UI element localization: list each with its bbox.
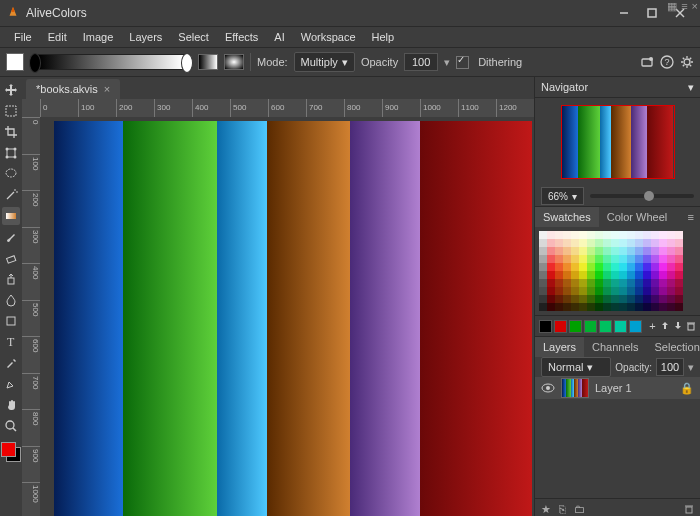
favorite-swatch[interactable]: [554, 320, 567, 333]
mode-select[interactable]: Multiply▾: [294, 52, 355, 72]
canvas-image: [54, 121, 532, 516]
help-icon[interactable]: ?: [660, 55, 674, 69]
upload-swatch-icon[interactable]: [660, 319, 670, 333]
star-icon[interactable]: ★: [541, 503, 551, 516]
svg-line-15: [690, 58, 692, 60]
gradient-stop-right[interactable]: [181, 53, 193, 73]
canvas-menu-icon[interactable]: ▦: [667, 0, 677, 13]
canvas-close-icon[interactable]: ×: [692, 0, 698, 13]
layer-name[interactable]: Layer 1: [595, 382, 632, 394]
gradient-preview[interactable]: [30, 54, 192, 70]
layer-opacity-input[interactable]: 100: [656, 358, 684, 376]
svg-point-20: [14, 148, 17, 151]
clone-tool-icon[interactable]: [2, 270, 20, 288]
gradient-type-linear-icon[interactable]: [198, 54, 218, 70]
svg-point-5: [649, 57, 653, 61]
blur-tool-icon[interactable]: [2, 291, 20, 309]
tab-layers[interactable]: Layers: [535, 337, 584, 357]
document-tab[interactable]: *books.akvis ×: [26, 79, 120, 99]
chevron-down-icon[interactable]: ▾: [688, 81, 694, 94]
folder-icon[interactable]: 🗀: [574, 503, 585, 515]
zoom-select[interactable]: 66%▾: [541, 187, 584, 205]
svg-rect-36: [686, 507, 692, 513]
delete-icon[interactable]: [684, 504, 694, 514]
dithering-checkbox[interactable]: [456, 56, 469, 69]
text-tool-icon[interactable]: T: [2, 333, 20, 351]
svg-line-24: [7, 192, 14, 199]
transform-tool-icon[interactable]: [2, 144, 20, 162]
menu-help[interactable]: Help: [364, 29, 403, 45]
menu-layers[interactable]: Layers: [121, 29, 170, 45]
menu-ai[interactable]: AI: [266, 29, 292, 45]
download-swatch-icon[interactable]: [673, 319, 683, 333]
ruler-vertical[interactable]: 01002003004005006007008009001000: [22, 117, 40, 516]
favorites-row: +: [535, 315, 700, 336]
svg-text:T: T: [7, 335, 15, 349]
gradient-stop-left[interactable]: [29, 53, 41, 73]
favorite-swatch[interactable]: [539, 320, 552, 333]
eyedropper-tool-icon[interactable]: [2, 354, 20, 372]
crop-tool-icon[interactable]: [2, 123, 20, 141]
menu-workspace[interactable]: Workspace: [293, 29, 364, 45]
ruler-horizontal[interactable]: 0100200300400500600700800900100011001200: [40, 99, 534, 117]
svg-point-22: [14, 156, 17, 159]
settings-gear-icon[interactable]: [680, 55, 694, 69]
zoom-tool-icon[interactable]: [2, 417, 20, 435]
menu-select[interactable]: Select: [170, 29, 217, 45]
magic-wand-tool-icon[interactable]: [2, 186, 20, 204]
opacity-input[interactable]: 100: [404, 53, 438, 71]
eraser-tool-icon[interactable]: [2, 249, 20, 267]
menu-file[interactable]: File: [6, 29, 40, 45]
close-tab-icon[interactable]: ×: [104, 83, 110, 95]
lasso-tool-icon[interactable]: [2, 165, 20, 183]
tab-color-wheel[interactable]: Color Wheel: [599, 207, 676, 227]
favorite-swatch[interactable]: [629, 320, 642, 333]
tab-swatches[interactable]: Swatches: [535, 207, 599, 227]
menu-edit[interactable]: Edit: [40, 29, 75, 45]
shape-tool-icon[interactable]: [2, 312, 20, 330]
delete-swatch-icon[interactable]: [686, 319, 696, 333]
hand-tool-icon[interactable]: [2, 396, 20, 414]
move-tool-icon[interactable]: [2, 81, 20, 99]
zoom-slider[interactable]: [590, 194, 694, 198]
gradient-type-radial-icon[interactable]: [224, 54, 244, 70]
add-swatch-icon[interactable]: +: [648, 319, 657, 333]
navigator-preview[interactable]: [535, 98, 700, 186]
chevron-down-icon: ▾: [342, 56, 348, 69]
menu-effects[interactable]: Effects: [217, 29, 266, 45]
chevron-down-icon[interactable]: ▾: [688, 361, 694, 374]
favorite-swatch[interactable]: [569, 320, 582, 333]
tag-icon[interactable]: ⎘: [559, 503, 566, 515]
foreground-color-swatch[interactable]: [1, 442, 16, 457]
menu-image[interactable]: Image: [75, 29, 122, 45]
layers-tabs: Layers Channels Selections ≡: [535, 336, 700, 357]
pen-tool-icon[interactable]: [2, 375, 20, 393]
favorite-swatch[interactable]: [584, 320, 597, 333]
color-picker[interactable]: [1, 442, 21, 462]
zoom-slider-knob[interactable]: [644, 191, 654, 201]
blend-mode-select[interactable]: Normal▾: [541, 357, 611, 377]
visibility-eye-icon[interactable]: [541, 381, 555, 395]
gradient-tool-icon[interactable]: [2, 207, 20, 225]
layer-row[interactable]: Layer 1 🔒: [535, 377, 700, 399]
svg-point-8: [684, 59, 690, 65]
swatches-grid[interactable]: [535, 227, 700, 315]
canvas[interactable]: [40, 117, 534, 516]
current-color-swatch[interactable]: [6, 53, 24, 71]
minimize-button[interactable]: [610, 0, 638, 26]
canvas-more-icon[interactable]: ≡: [681, 0, 687, 13]
brush-tool-icon[interactable]: [2, 228, 20, 246]
selection-tool-icon[interactable]: [2, 102, 20, 120]
app-logo-icon: [6, 6, 20, 20]
lock-icon[interactable]: 🔒: [680, 382, 694, 395]
chevron-down-icon[interactable]: ▾: [444, 56, 450, 69]
maximize-button[interactable]: [638, 0, 666, 26]
tab-channels[interactable]: Channels: [584, 337, 646, 357]
svg-rect-27: [8, 278, 14, 284]
favorite-swatch[interactable]: [614, 320, 627, 333]
panel-menu-icon[interactable]: ≡: [682, 207, 700, 227]
notification-icon[interactable]: [640, 55, 654, 69]
favorite-swatch[interactable]: [599, 320, 612, 333]
options-bar: Mode: Multiply▾ Opacity 100 ▾ Dithering …: [0, 48, 700, 77]
tab-selections[interactable]: Selections: [647, 337, 700, 357]
